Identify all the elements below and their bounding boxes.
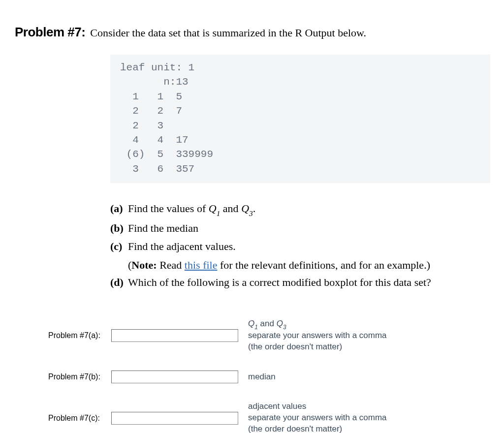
code-line: 2 2 7 — [120, 105, 182, 117]
answer-label-b: Problem #7(b): — [48, 372, 111, 381]
problem-label: Problem #7: — [15, 25, 85, 40]
hint-line: (the order doesn't matter) — [248, 424, 342, 433]
part-label: (c) — [110, 238, 128, 255]
r-output-block: leaf unit: 1 n:13 1 1 5 2 2 7 2 3 4 4 17… — [110, 55, 490, 183]
code-line: 2 3 — [120, 120, 163, 131]
hint-line: (the order doesn't matter) — [248, 342, 342, 351]
part-label: (a) — [110, 200, 128, 217]
q1-symbol: Q1 — [248, 319, 258, 328]
q: Q — [248, 319, 254, 328]
answer-hint-a: Q1 and Q3 separate your answers with a c… — [248, 318, 387, 353]
answer-input-c[interactable] — [111, 412, 238, 425]
q3-symbol: Q3 — [277, 319, 286, 328]
sub: 1 — [254, 324, 258, 331]
answer-input-b[interactable] — [111, 371, 238, 383]
code-line: 1 1 5 — [120, 91, 182, 102]
part-c-text: Find the adjacent values. — [128, 238, 490, 255]
answer-hint-b: median — [248, 371, 276, 383]
answer-row-c: Problem #7(c): adjacent values separate … — [48, 401, 489, 433]
part-a: (a) Find the values of Q1 and Q3. — [110, 200, 490, 218]
q1-symbol: Q1 — [209, 202, 220, 215]
part-b-text: Find the median — [128, 219, 490, 237]
code-line: leaf unit: 1 — [120, 62, 194, 73]
problem-prompt: Consider the data set that is summarized… — [90, 27, 366, 39]
answer-row-b: Problem #7(b): median — [48, 371, 489, 383]
text: Read — [157, 259, 185, 271]
hint-line: separate your answers with a comma — [248, 331, 387, 340]
hint-line: separate your answers with a comma — [248, 413, 387, 422]
part-a-text: Find the values of Q1 and Q3. — [128, 200, 490, 218]
q3-symbol: Q3 — [241, 202, 253, 215]
this-file-link[interactable]: this file — [185, 259, 218, 271]
note-bold: Note: — [131, 259, 157, 271]
text: Find the values of — [128, 202, 209, 215]
answer-row-a: Problem #7(a): Q1 and Q3 separate your a… — [48, 318, 489, 353]
answer-label-c: Problem #7(c): — [48, 414, 111, 423]
part-label: (b) — [110, 219, 128, 237]
code-line: (6) 5 339999 — [120, 149, 213, 160]
answer-section: Problem #7(a): Q1 and Q3 separate your a… — [48, 318, 489, 433]
parts-list: (a) Find the values of Q1 and Q3. (b) Fi… — [110, 200, 490, 291]
answer-input-a[interactable] — [111, 329, 238, 342]
answer-hint-c: adjacent values separate your answers wi… — [248, 401, 387, 433]
q: Q — [209, 202, 217, 215]
code-line: 4 4 17 — [120, 134, 189, 146]
text: and — [220, 202, 241, 215]
code-line: 3 6 357 — [120, 163, 194, 175]
q: Q — [277, 319, 283, 328]
part-label: (d) — [110, 274, 128, 291]
text: for the relevant definitions, and for an… — [217, 259, 430, 271]
part-d-text: Which of the following is a correct modi… — [128, 274, 490, 291]
sub: 3 — [283, 324, 286, 331]
text: . — [253, 202, 256, 215]
part-d: (d) Which of the following is a correct … — [110, 274, 490, 291]
code-line: n:13 — [120, 76, 189, 88]
part-c: (c) Find the adjacent values. — [110, 238, 490, 255]
part-b: (b) Find the median — [110, 219, 490, 237]
answer-label-a: Problem #7(a): — [48, 331, 111, 340]
sub: 1 — [217, 209, 220, 217]
problem-header: Problem #7: Consider the data set that i… — [15, 25, 489, 40]
q: Q — [241, 202, 249, 215]
sub: 3 — [249, 209, 253, 217]
text: and — [258, 319, 277, 328]
hint-line: adjacent values — [248, 402, 306, 411]
part-c-note: (Note: Read this file for the relevant d… — [128, 256, 490, 274]
